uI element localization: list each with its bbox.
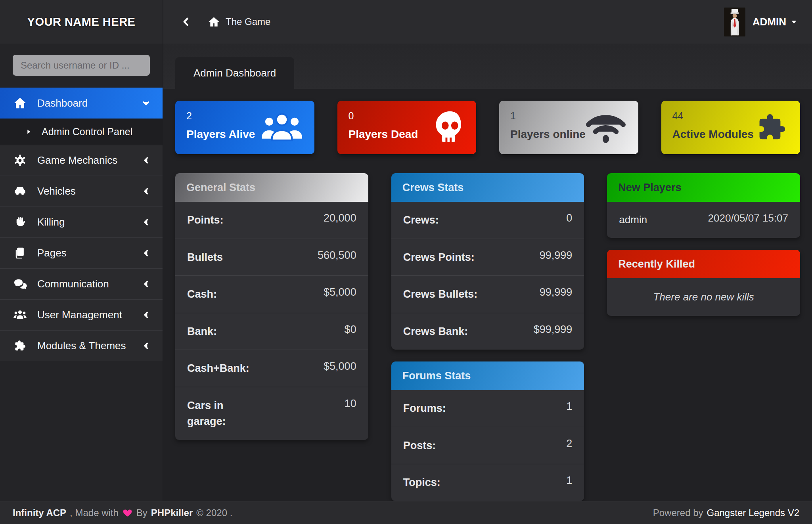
back-icon[interactable] <box>181 15 191 29</box>
stat-card-active-modules[interactable]: 44Active Modules <box>661 101 801 154</box>
sidebar-search <box>0 44 163 88</box>
stat-row: Bullets560,500 <box>175 239 368 276</box>
stat-row-label: Bullets <box>187 249 223 266</box>
home-icon <box>208 16 220 28</box>
footer-left: Infinity ACP , Made with By PHPkiller © … <box>13 507 232 518</box>
footer-made-with: , Made with <box>70 507 119 518</box>
stat-row-value: $5,000 <box>324 286 356 298</box>
stat-row-value: 2 <box>566 438 572 450</box>
stat-row-value: $99,999 <box>534 323 573 336</box>
stat-row: Cash:$5,000 <box>175 275 368 313</box>
chevron-left-icon <box>142 249 151 258</box>
sidebar-item-modules-themes[interactable]: Modules & Themes <box>0 330 163 361</box>
sidebar-item-vehicles[interactable]: Vehicles <box>0 176 163 207</box>
sidebar-item-dashboard[interactable]: Dashboard <box>0 88 163 119</box>
sidebar-item-pages[interactable]: Pages <box>0 237 163 268</box>
stat-row-label: admin <box>619 212 647 228</box>
sidebar-item-killing[interactable]: Killing <box>0 207 163 237</box>
chevron-left-icon <box>142 279 151 289</box>
avatar <box>724 8 745 36</box>
stat-row-value: 99,999 <box>540 286 573 298</box>
stat-row-label: Forums: <box>403 400 446 417</box>
sidebar-item-label: Dashboard <box>37 97 88 109</box>
sidebar-item-admin-control-panel[interactable]: Admin Control Panel <box>0 119 163 145</box>
stat-row-label: Crews: <box>403 212 439 228</box>
puzzle-icon <box>13 339 27 353</box>
stat-card-players-online[interactable]: 1Players online <box>499 101 638 154</box>
sidebar-item-label: Modules & Themes <box>37 340 126 352</box>
tab-admin-dashboard[interactable]: Admin Dashboard <box>175 57 294 89</box>
panel-rows: Crews:0Crews Points:99,999Crews Bullets:… <box>391 202 584 350</box>
sidebar-item-label: Game Mechanics <box>37 154 117 166</box>
fist-icon <box>13 215 27 229</box>
panel-column-3: New Players admin2020/05/07 15:07 Recent… <box>607 173 800 316</box>
chevron-left-icon <box>142 156 151 165</box>
stat-cards: 2Players Alive0Players Dead1Players onli… <box>175 101 800 154</box>
footer-by: By <box>136 507 147 518</box>
stat-row: Crews Bank:$99,999 <box>391 313 584 350</box>
stat-row-label: Cars in garage: <box>187 398 265 430</box>
sidebar-item-communication[interactable]: Communication <box>0 268 163 299</box>
panel-column-2: Crews Stats Crews:0Crews Points:99,999Cr… <box>391 173 584 501</box>
stat-row-value: 560,500 <box>318 249 356 262</box>
breadcrumb-label: The Game <box>226 16 270 27</box>
panel-general-stats: General Stats Points:20,000Bullets560,50… <box>175 173 368 440</box>
panel-forums-stats: Forums Stats Forums:1Posts:2Topics:1 <box>391 361 584 501</box>
stat-panels: General Stats Points:20,000Bullets560,50… <box>175 173 800 501</box>
sidebar-item-label: User Management <box>37 309 122 321</box>
app-window: YOUR NAME HERE DashboardAdmin Control Pa… <box>0 0 812 524</box>
stat-row-value: 20,000 <box>324 212 356 224</box>
search-input[interactable] <box>13 55 150 76</box>
puzzle-icon <box>746 110 789 145</box>
footer-app-name: Infinity ACP <box>13 507 66 518</box>
no-kills-message: There are no new kills <box>607 278 800 316</box>
stat-row: Crews Points:99,999 <box>391 239 584 276</box>
stat-row: Crews Bullets:99,999 <box>391 275 584 313</box>
breadcrumb[interactable]: The Game <box>208 16 270 28</box>
panel-new-players: New Players admin2020/05/07 15:07 <box>607 173 800 238</box>
stat-row-label: Crews Bullets: <box>403 286 478 302</box>
pages-icon <box>13 246 27 260</box>
stat-row: Points:20,000 <box>175 202 368 239</box>
stat-card-players-alive[interactable]: 2Players Alive <box>175 101 314 154</box>
content-column: The Game ADMIN <box>163 0 812 501</box>
footer-powered-by: Powered by <box>653 507 703 518</box>
caret-right-icon <box>25 128 32 135</box>
car-icon <box>13 184 27 198</box>
stat-row-label: Bank: <box>187 323 217 340</box>
home-icon <box>13 96 27 110</box>
stat-row-value: $0 <box>345 323 356 336</box>
panel-title: General Stats <box>175 173 368 202</box>
user-name: ADMIN <box>753 16 786 28</box>
footer-product-link[interactable]: Gangster Legends V2 <box>707 507 800 518</box>
stat-row: Cash+Bank:$5,000 <box>175 350 368 387</box>
sidebar-item-game-mechanics[interactable]: Game Mechanics <box>0 145 163 176</box>
sidebar: YOUR NAME HERE DashboardAdmin Control Pa… <box>0 0 163 501</box>
new-player-row: admin2020/05/07 15:07 <box>607 202 800 238</box>
panel-title: Forums Stats <box>391 361 584 390</box>
stat-card-players-dead[interactable]: 0Players Dead <box>337 101 477 154</box>
stat-row: Posts:2 <box>391 427 584 464</box>
panel-rows: Points:20,000Bullets560,500Cash:$5,000Ba… <box>175 202 368 440</box>
heart-icon <box>122 508 133 518</box>
chevron-left-icon <box>142 218 151 227</box>
sidebar-item-label: Killing <box>37 216 65 228</box>
user-menu[interactable]: ADMIN <box>724 8 798 36</box>
chevron-left-icon <box>142 187 151 196</box>
panel-title: New Players <box>607 173 800 202</box>
stat-row-value: $5,000 <box>324 360 356 373</box>
footer-right: Powered by Gangster Legends V2 <box>653 507 799 518</box>
sidebar-menu: DashboardAdmin Control PanelGame Mechani… <box>0 88 163 361</box>
stat-row-label: Cash+Bank: <box>187 360 249 377</box>
users-icon <box>13 308 27 322</box>
users-group-icon <box>260 110 303 145</box>
topbar: The Game ADMIN <box>163 0 812 44</box>
sidebar-item-user-management[interactable]: User Management <box>0 299 163 330</box>
stat-row: Cars in garage:10 <box>175 387 368 440</box>
footer-copyright: © 2020 . <box>196 507 232 518</box>
panel-crews-stats: Crews Stats Crews:0Crews Points:99,999Cr… <box>391 173 584 350</box>
stat-row-value: 2020/05/07 15:07 <box>708 212 788 224</box>
stat-row-label: Crews Points: <box>403 249 475 266</box>
skull-icon <box>422 110 465 145</box>
footer-author-link[interactable]: PHPkiller <box>151 507 193 518</box>
